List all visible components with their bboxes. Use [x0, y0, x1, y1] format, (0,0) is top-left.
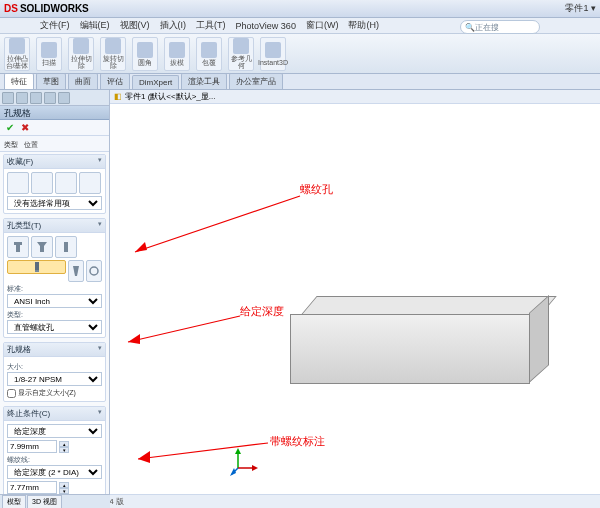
model-block [290, 314, 530, 389]
menu-insert[interactable]: 插入(I) [160, 19, 187, 32]
sect-holespec-header[interactable]: 孔规格 [4, 343, 105, 357]
type-label: 类型: [7, 310, 102, 320]
ok-icon[interactable]: ✔ [4, 122, 16, 134]
menu-photoview[interactable]: PhotoView 360 [236, 21, 296, 31]
search-placeholder: 正在搜 [475, 22, 499, 33]
menu-window[interactable]: 窗口(W) [306, 19, 339, 32]
ribbon: 拉伸凸台/基体 扫描 拉伸切除 旋转切除 圆角 拔模 包覆 参考几何 Insta… [0, 34, 600, 74]
command-tabs: 特征 草图 曲面 评估 DimXpert 渲染工具 办公室产品 [0, 74, 600, 90]
holetype-straight-tap[interactable] [7, 260, 66, 274]
type-select[interactable]: 直管螺纹孔 [7, 320, 102, 334]
size-select[interactable]: 1/8-27 NPSM [7, 372, 102, 386]
size-label: 大小: [7, 362, 102, 372]
fav-btn-4[interactable] [79, 172, 101, 194]
custom-size-checkbox[interactable]: 显示自定义大小(Z) [7, 388, 102, 398]
tab-dimxpert[interactable]: DimXpert [132, 75, 179, 89]
standard-label: 标准: [7, 284, 102, 294]
menu-tools[interactable]: 工具(T) [196, 19, 226, 32]
tab-sketch[interactable]: 草图 [36, 73, 66, 89]
tab-office[interactable]: 办公室产品 [229, 73, 283, 89]
depth-down[interactable]: ▾ [59, 447, 69, 453]
svg-marker-9 [135, 242, 147, 252]
sect-favorite: 收藏(F) 没有选择常用项 [3, 154, 106, 214]
menu-help[interactable]: 帮助(H) [348, 19, 379, 32]
title-bar: DS SOLIDWORKS 零件1 ▾ [0, 0, 600, 18]
tab-evaluate[interactable]: 评估 [100, 73, 130, 89]
svg-marker-19 [230, 468, 236, 476]
app-brand: SOLIDWORKS [20, 3, 89, 14]
pm-tab-position[interactable]: 位置 [24, 140, 38, 150]
tab-features[interactable]: 特征 [4, 73, 34, 89]
svg-marker-11 [128, 334, 140, 344]
sect-endcond-header[interactable]: 终止条件(C) [4, 407, 105, 421]
pm-actions: ✔ ✖ [0, 120, 109, 136]
cancel-icon[interactable]: ✖ [19, 122, 31, 134]
fm-tab-display-icon[interactable] [58, 92, 70, 104]
ribbon-cut-revolve[interactable]: 旋转切除 [100, 37, 126, 71]
fav-btn-3[interactable] [55, 172, 77, 194]
svg-marker-17 [252, 465, 258, 471]
ribbon-wrap[interactable]: 包覆 [196, 37, 222, 71]
tdepth-down[interactable]: ▾ [59, 488, 69, 494]
holetype-tapered-tap[interactable] [68, 260, 84, 282]
fm-tab-pm-icon[interactable] [16, 92, 28, 104]
doc-tab[interactable]: 零件1 (默认<<默认>_显... [125, 91, 215, 102]
sect-endcond: 终止条件(C) 给定深度 ▴▾ 螺纹线: 给定深度 (2 * DIA) ▴▾ 恢… [3, 406, 106, 494]
svg-rect-0 [14, 242, 22, 245]
ribbon-refgeom[interactable]: 参考几何 [228, 37, 254, 71]
fm-tab-config-icon[interactable] [30, 92, 42, 104]
svg-rect-3 [40, 246, 44, 252]
search-icon: 🔍 [465, 23, 475, 32]
annotation-given-depth: 给定深度 [240, 304, 284, 319]
svg-point-7 [90, 267, 98, 275]
ribbon-extrude[interactable]: 拉伸凸台/基体 [4, 37, 30, 71]
doc-tab-bar: ◧ 零件1 (默认<<默认>_显... [110, 90, 600, 104]
ribbon-sweep[interactable]: 扫描 [36, 37, 62, 71]
svg-line-8 [135, 196, 300, 252]
svg-marker-15 [235, 448, 241, 454]
holetype-hole[interactable] [55, 236, 77, 258]
svg-marker-2 [37, 242, 47, 246]
ribbon-draft[interactable]: 拔模 [164, 37, 190, 71]
favorite-select[interactable]: 没有选择常用项 [7, 196, 102, 210]
app-logo: DS [4, 3, 18, 14]
sect-holetype-header[interactable]: 孔类型(T) [4, 219, 105, 233]
ribbon-fillet[interactable]: 圆角 [132, 37, 158, 71]
menu-view[interactable]: 视图(V) [120, 19, 150, 32]
arrow-1 [125, 192, 305, 262]
endcond-select[interactable]: 给定深度 [7, 424, 102, 438]
fav-btn-1[interactable] [7, 172, 29, 194]
svg-rect-4 [64, 242, 68, 252]
fm-tab-strip [0, 90, 109, 106]
graphics-area[interactable]: 螺纹孔 给定深度 带螺纹标注 [110, 104, 600, 494]
viewport[interactable]: ◧ 零件1 (默认<<默认>_显... 螺纹孔 给定深度 带螺纹标注 [110, 90, 600, 494]
thread-label: 螺纹线: [7, 455, 102, 465]
holetype-countersink[interactable] [31, 236, 53, 258]
menu-edit[interactable]: 编辑(E) [80, 19, 110, 32]
svg-rect-1 [16, 245, 20, 252]
fm-tab-tree-icon[interactable] [2, 92, 14, 104]
doc-name[interactable]: 零件1 ▾ [565, 2, 596, 15]
thread-depth-input[interactable] [7, 481, 57, 494]
thread-select[interactable]: 给定深度 (2 * DIA) [7, 465, 102, 479]
ribbon-cut-extrude[interactable]: 拉伸切除 [68, 37, 94, 71]
fav-btn-2[interactable] [31, 172, 53, 194]
ribbon-instant3d[interactable]: Instant3D [260, 37, 286, 71]
svg-marker-13 [138, 451, 150, 463]
cube-icon: ◧ [114, 92, 122, 101]
sect-holespec: 孔规格 大小: 1/8-27 NPSM 显示自定义大小(Z) [3, 342, 106, 402]
holetype-legacy[interactable] [86, 260, 102, 282]
arrow-2 [120, 312, 245, 352]
pm-title: 孔规格 [0, 106, 109, 120]
menu-file[interactable]: 文件(F) [40, 19, 70, 32]
fm-tab-dim-icon[interactable] [44, 92, 56, 104]
triad-icon [230, 446, 260, 476]
depth-input[interactable] [7, 440, 57, 453]
search-box[interactable]: 🔍 正在搜 [460, 20, 540, 34]
tab-render[interactable]: 渲染工具 [181, 73, 227, 89]
standard-select[interactable]: ANSI Inch [7, 294, 102, 308]
holetype-counterbore[interactable] [7, 236, 29, 258]
pm-tab-type[interactable]: 类型 [4, 140, 18, 150]
tab-surface[interactable]: 曲面 [68, 73, 98, 89]
sect-favorite-header[interactable]: 收藏(F) [4, 155, 105, 169]
